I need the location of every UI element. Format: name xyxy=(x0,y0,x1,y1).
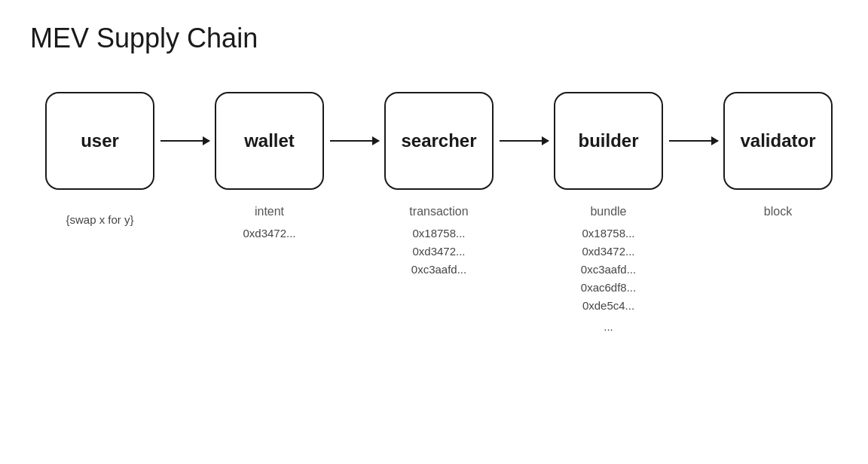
label-wallet: intent 0xd3472... xyxy=(215,205,324,243)
diagram-container: user wallet searcher builder validator xyxy=(45,92,838,336)
label-searcher-v3: 0xc3aafd... xyxy=(411,263,466,276)
node-validator: validator xyxy=(723,92,833,190)
arrow-1 xyxy=(154,140,215,142)
arrow-2 xyxy=(324,140,384,142)
label-user-value: {swap x for y} xyxy=(66,211,133,229)
node-user: user xyxy=(45,92,154,190)
label-builder-ellipsis: ... xyxy=(581,318,636,336)
label-builder-v2: 0xd3472... xyxy=(582,245,634,258)
label-builder: bundle 0x18758... 0xd3472... 0xc3aafd...… xyxy=(554,205,663,336)
arrow-3 xyxy=(494,140,554,142)
label-validator: block xyxy=(723,205,833,224)
page-title: MEV Supply Chain xyxy=(30,23,838,54)
label-builder-v5: 0xde5c4... xyxy=(582,299,634,312)
label-builder-v3: 0xc3aafd... xyxy=(581,263,636,276)
label-builder-value: 0x18758... 0xd3472... 0xc3aafd... 0xac6d… xyxy=(581,224,636,336)
node-searcher-label: searcher xyxy=(401,130,476,151)
node-wallet: wallet xyxy=(215,92,324,190)
label-searcher-title: transaction xyxy=(409,205,468,218)
labels-row: {swap x for y} intent 0xd3472... transac… xyxy=(45,205,833,336)
label-wallet-value: 0xd3472... xyxy=(243,224,295,243)
label-builder-title: bundle xyxy=(590,205,626,218)
node-user-label: user xyxy=(81,130,119,151)
label-user: {swap x for y} xyxy=(45,205,154,229)
arrow-line-1 xyxy=(160,140,209,142)
node-searcher: searcher xyxy=(384,92,494,190)
arrow-4 xyxy=(663,140,723,142)
label-validator-title: block xyxy=(764,205,792,218)
label-searcher-v2: 0xd3472... xyxy=(412,245,465,258)
label-wallet-title: intent xyxy=(255,205,284,218)
label-builder-v4: 0xac6df8... xyxy=(581,281,636,294)
label-searcher: transaction 0x18758... 0xd3472... 0xc3aa… xyxy=(384,205,494,279)
label-builder-v1: 0x18758... xyxy=(582,227,634,240)
node-validator-label: validator xyxy=(740,130,815,151)
arrow-line-2 xyxy=(330,140,379,142)
node-builder: builder xyxy=(554,92,663,190)
label-searcher-value: 0x18758... 0xd3472... 0xc3aafd... xyxy=(411,224,466,279)
node-builder-label: builder xyxy=(578,130,638,151)
arrow-line-3 xyxy=(500,140,549,142)
nodes-row: user wallet searcher builder validator xyxy=(45,92,833,190)
label-searcher-v1: 0x18758... xyxy=(412,227,465,240)
arrow-line-4 xyxy=(669,140,718,142)
node-wallet-label: wallet xyxy=(244,130,295,151)
